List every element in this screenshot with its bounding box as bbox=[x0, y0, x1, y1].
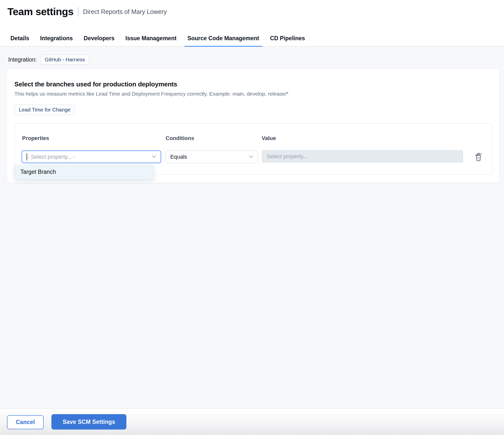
tab-integrations[interactable]: Integrations bbox=[40, 30, 73, 46]
footer-bar: Cancel Save SCM Settings bbox=[0, 408, 504, 435]
properties-column-header: Properties bbox=[22, 135, 49, 142]
card-description: This helps us measure metrics like Lead … bbox=[14, 91, 288, 97]
page-header: Team settings Direct Reports of Mary Low… bbox=[0, 0, 504, 47]
tab-cd-pipelines[interactable]: CD Pipelines bbox=[270, 30, 305, 46]
save-scm-settings-button[interactable]: Save SCM Settings bbox=[51, 414, 126, 430]
cancel-button[interactable]: Cancel bbox=[7, 415, 44, 429]
tab-issue-management[interactable]: Issue Management bbox=[125, 30, 177, 46]
condition-select-value: Equals bbox=[170, 154, 187, 160]
page-title: Team settings bbox=[7, 6, 73, 18]
tab-developers[interactable]: Developers bbox=[84, 30, 114, 46]
tab-source-code-management[interactable]: Source Code Management bbox=[187, 30, 259, 46]
dropdown-option-target-branch[interactable]: Target Branch bbox=[15, 164, 154, 180]
value-column-header: Value bbox=[262, 135, 276, 142]
integration-row: Integration: GitHub - Harness bbox=[8, 55, 89, 65]
title-divider bbox=[78, 7, 78, 17]
page-subtitle: Direct Reports of Mary Lowery bbox=[83, 8, 167, 15]
delete-rule-button[interactable] bbox=[473, 151, 484, 162]
conditions-column-header: Conditions bbox=[166, 135, 194, 142]
chevron-down-icon bbox=[249, 155, 253, 158]
branches-card: Select the branches used for production … bbox=[7, 69, 500, 183]
content-area: Integration: GitHub - Harness Select the… bbox=[0, 47, 504, 408]
text-caret bbox=[27, 153, 27, 160]
lead-time-chip[interactable]: Lead Time for Change bbox=[14, 105, 75, 115]
chevron-down-icon bbox=[152, 155, 156, 158]
integration-chip[interactable]: GitHub - Harness bbox=[40, 55, 89, 65]
property-select-placeholder: - Select property... - bbox=[28, 154, 75, 160]
trash-icon bbox=[474, 151, 483, 162]
integration-label: Integration: bbox=[8, 56, 37, 63]
property-select[interactable]: - Select property... - bbox=[22, 150, 161, 163]
title-row: Team settings Direct Reports of Mary Low… bbox=[7, 6, 167, 18]
card-heading: Select the branches used for production … bbox=[14, 80, 177, 88]
property-dropdown: Target Branch bbox=[15, 164, 154, 180]
tab-bar: Details Integrations Developers Issue Ma… bbox=[0, 30, 504, 47]
tab-details[interactable]: Details bbox=[10, 30, 29, 46]
value-input bbox=[262, 150, 463, 163]
condition-select[interactable]: Equals bbox=[166, 150, 258, 163]
